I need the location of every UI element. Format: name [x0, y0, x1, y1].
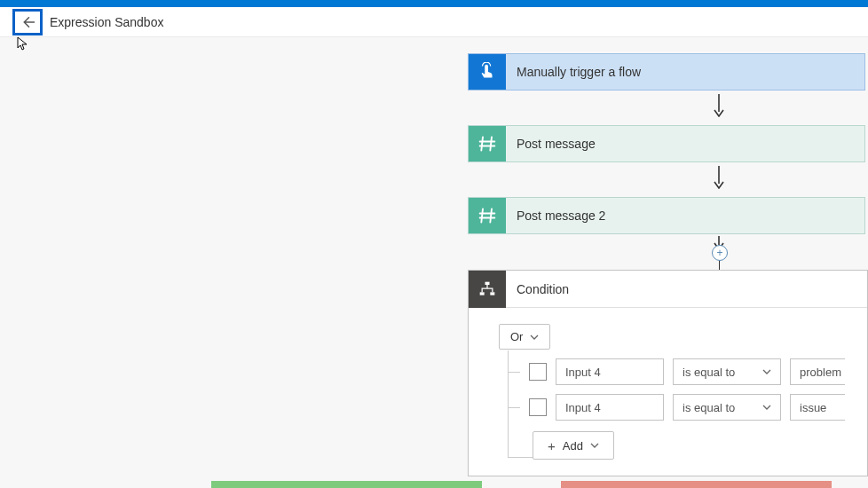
condition-card[interactable]: Condition Or Input 4 is equal to problem: [468, 270, 868, 476]
step-label: Post message: [506, 126, 864, 161]
trigger-icon-box: [469, 54, 506, 90]
arrow-left-icon: [20, 14, 36, 30]
hash-icon: [478, 135, 496, 153]
svg-rect-5: [490, 292, 494, 295]
insert-step-button[interactable]: +: [712, 245, 728, 261]
row-checkbox[interactable]: [529, 398, 547, 416]
svg-rect-4: [480, 292, 485, 295]
flow-canvas[interactable]: Manually trigger a flow Post message Pos…: [0, 37, 868, 488]
header-bar: Expression Sandbox: [0, 7, 868, 37]
app-accent-bar: [0, 0, 868, 7]
tree-hline: [508, 372, 520, 373]
condition-header[interactable]: Condition: [469, 271, 867, 308]
connector-arrow: [710, 93, 728, 118]
condition-title: Condition: [506, 271, 867, 308]
chevron-down-icon: [590, 441, 599, 450]
row-checkbox[interactable]: [529, 363, 547, 381]
condition-operator-label: is equal to: [683, 366, 735, 379]
tree-vline: [508, 350, 509, 457]
add-condition-button[interactable]: + Add: [533, 431, 614, 460]
condition-icon-box: [469, 271, 506, 308]
condition-operator-label: is equal to: [683, 401, 735, 414]
slack-icon-box: [469, 126, 506, 161]
hash-icon: [478, 207, 496, 224]
condition-body: Or Input 4 is equal to problem Input 4 i…: [469, 308, 867, 476]
plus-icon: +: [548, 438, 556, 453]
condition-left-operand[interactable]: Input 4: [556, 358, 664, 385]
page-title: Expression Sandbox: [50, 15, 163, 29]
add-label: Add: [563, 439, 583, 453]
logic-operator-label: Or: [510, 330, 523, 343]
hand-tap-icon: [477, 62, 497, 82]
condition-value-input[interactable]: problem: [790, 358, 845, 385]
branch-icon: [478, 280, 496, 298]
condition-operator-select[interactable]: is equal to: [673, 358, 781, 385]
tree-hline: [508, 457, 533, 458]
tree-hline: [508, 407, 520, 408]
slack-icon-box: [469, 198, 506, 233]
condition-value-input[interactable]: issue: [790, 394, 845, 421]
step-label: Post message 2: [506, 198, 864, 233]
flow-trigger-card[interactable]: Manually trigger a flow: [468, 53, 865, 91]
condition-row: Input 4 is equal to problem: [508, 358, 867, 385]
chevron-down-icon: [762, 403, 771, 412]
branch-yes-strip: [211, 481, 482, 488]
chevron-down-icon: [530, 333, 539, 342]
trigger-label: Manually trigger a flow: [506, 54, 864, 90]
condition-left-operand[interactable]: Input 4: [556, 394, 664, 421]
connector-arrow: [710, 165, 728, 190]
condition-operator-select[interactable]: is equal to: [673, 394, 781, 421]
flow-step-post-message[interactable]: Post message: [468, 125, 865, 162]
branch-no-strip: [561, 481, 832, 488]
logic-operator-selector[interactable]: Or: [499, 324, 550, 350]
svg-rect-3: [485, 282, 490, 285]
chevron-down-icon: [762, 367, 771, 376]
flow-step-post-message-2[interactable]: Post message 2: [468, 197, 865, 234]
connector-line: [719, 261, 720, 270]
back-button[interactable]: [12, 9, 43, 35]
condition-row: Input 4 is equal to issue: [508, 394, 867, 421]
